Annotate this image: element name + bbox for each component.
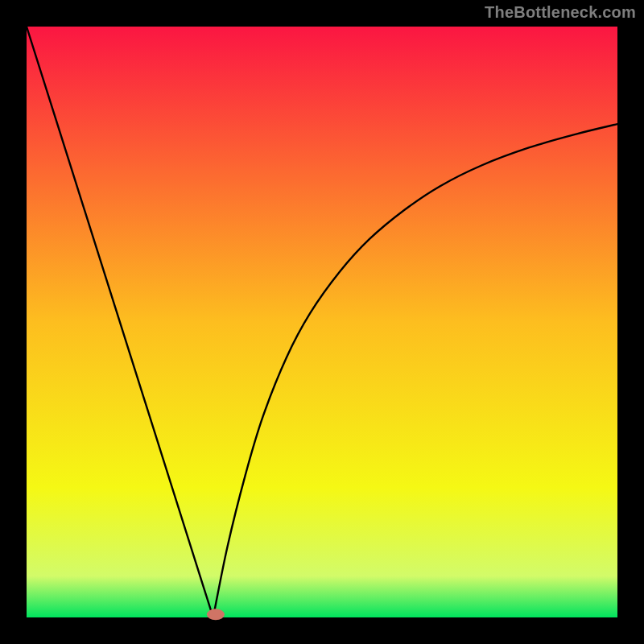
chart-container: TheBottleneck.com (0, 0, 644, 644)
bottleneck-marker (207, 609, 225, 620)
bottleneck-chart (0, 0, 644, 644)
plot-background (27, 27, 617, 617)
